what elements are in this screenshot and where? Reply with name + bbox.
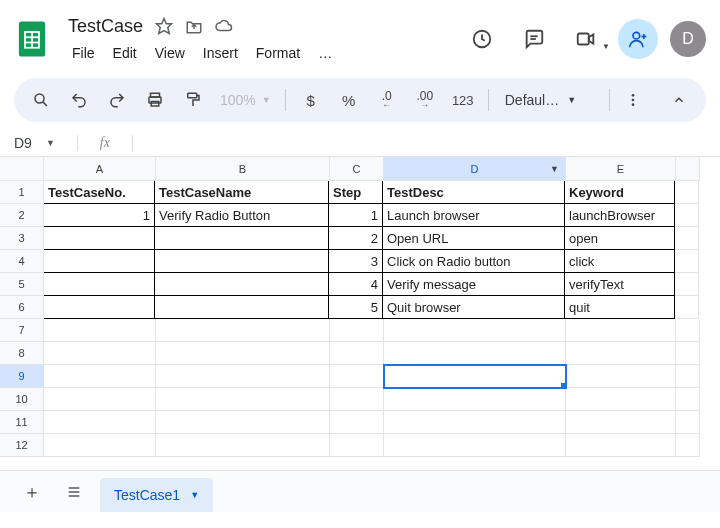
cell-7[interactable]	[676, 319, 700, 342]
cell-A10[interactable]	[44, 388, 156, 411]
cell-B5[interactable]	[155, 273, 329, 296]
sheets-logo[interactable]	[14, 18, 50, 60]
decrease-decimal-button[interactable]: .0←	[370, 84, 404, 116]
add-sheet-button[interactable]: ＋	[16, 476, 48, 508]
cell-D10[interactable]	[384, 388, 566, 411]
row-header-7[interactable]: 7	[0, 319, 44, 342]
cell-A11[interactable]	[44, 411, 156, 434]
all-sheets-button[interactable]	[58, 476, 90, 508]
document-title[interactable]: TestCase	[64, 14, 147, 39]
cell-B4[interactable]	[155, 250, 329, 273]
column-header-D[interactable]: D▼	[384, 157, 566, 181]
cell-D2[interactable]: Launch browser	[383, 204, 565, 227]
column-filter-icon[interactable]: ▼	[550, 164, 559, 174]
paint-format-button[interactable]	[176, 84, 210, 116]
row-header-9[interactable]: 9	[0, 365, 44, 388]
cell-C3[interactable]: 2	[329, 227, 383, 250]
cell-E9[interactable]	[566, 365, 676, 388]
menu-edit[interactable]: Edit	[105, 41, 145, 65]
search-icon[interactable]	[24, 84, 58, 116]
cell-C7[interactable]	[330, 319, 384, 342]
cell-A5[interactable]	[44, 273, 155, 296]
cell-D11[interactable]	[384, 411, 566, 434]
cell-A12[interactable]	[44, 434, 156, 457]
row-header-12[interactable]: 12	[0, 434, 44, 457]
version-history-icon[interactable]	[462, 19, 502, 59]
cell-D4[interactable]: Click on Radio button	[383, 250, 565, 273]
cell-A3[interactable]	[44, 227, 155, 250]
cell-E12[interactable]	[566, 434, 676, 457]
cell-D9[interactable]	[384, 365, 566, 388]
row-header-8[interactable]: 8	[0, 342, 44, 365]
font-selector[interactable]: Defaul… ▼	[497, 92, 584, 108]
menu-view[interactable]: View	[147, 41, 193, 65]
row-header-2[interactable]: 2	[0, 204, 44, 227]
cell-D8[interactable]	[384, 342, 566, 365]
percent-format-button[interactable]: %	[332, 84, 366, 116]
cell-5[interactable]	[675, 273, 699, 296]
row-header-11[interactable]: 11	[0, 411, 44, 434]
cell-B8[interactable]	[156, 342, 330, 365]
cell-E3[interactable]: open	[565, 227, 675, 250]
cell-10[interactable]	[676, 388, 700, 411]
zoom-selector[interactable]: 100% ▼	[214, 92, 277, 108]
cell-D7[interactable]	[384, 319, 566, 342]
cell-C2[interactable]: 1	[329, 204, 383, 227]
cell-B3[interactable]	[155, 227, 329, 250]
cell-E8[interactable]	[566, 342, 676, 365]
account-avatar[interactable]: D	[670, 21, 706, 57]
cell-9[interactable]	[676, 365, 700, 388]
row-header-6[interactable]: 6	[0, 296, 44, 319]
redo-button[interactable]	[100, 84, 134, 116]
cell-C4[interactable]: 3	[329, 250, 383, 273]
cell-D6[interactable]: Quit browser	[383, 296, 565, 319]
cell-C9[interactable]	[330, 365, 384, 388]
column-header-A[interactable]: A	[44, 157, 156, 181]
cell-A7[interactable]	[44, 319, 156, 342]
cell-E6[interactable]: quit	[565, 296, 675, 319]
cell-A1[interactable]: TestCaseNo.	[44, 180, 155, 204]
cell-B2[interactable]: Verify Radio Button	[155, 204, 329, 227]
column-header-E[interactable]: E	[566, 157, 676, 181]
sheet-tab-active[interactable]: TestCase1 ▼	[100, 478, 213, 512]
cell-D12[interactable]	[384, 434, 566, 457]
cell-B6[interactable]	[155, 296, 329, 319]
cell-6[interactable]	[675, 296, 699, 319]
cell-C8[interactable]	[330, 342, 384, 365]
cell-B7[interactable]	[156, 319, 330, 342]
cell-D5[interactable]: Verify message	[383, 273, 565, 296]
menu-file[interactable]: File	[64, 41, 103, 65]
cell-E7[interactable]	[566, 319, 676, 342]
row-header-5[interactable]: 5	[0, 273, 44, 296]
cell-E1[interactable]: Keyword	[565, 180, 675, 204]
cell-C5[interactable]: 4	[329, 273, 383, 296]
row-header-10[interactable]: 10	[0, 388, 44, 411]
meet-icon[interactable]: ▼	[566, 19, 606, 59]
cell-E4[interactable]: click	[565, 250, 675, 273]
cell-E2[interactable]: launchBrowser	[565, 204, 675, 227]
more-tools-button[interactable]	[616, 84, 650, 116]
menu-insert[interactable]: Insert	[195, 41, 246, 65]
column-header-B[interactable]: B	[156, 157, 330, 181]
row-header-1[interactable]: 1	[0, 181, 44, 204]
cell-B1[interactable]: TestCaseName	[155, 180, 329, 204]
cell-E10[interactable]	[566, 388, 676, 411]
cell-1[interactable]	[675, 181, 699, 204]
menu-format[interactable]: Format	[248, 41, 308, 65]
cell-A4[interactable]	[44, 250, 155, 273]
row-header-4[interactable]: 4	[0, 250, 44, 273]
column-header-blank[interactable]	[676, 157, 700, 181]
increase-decimal-button[interactable]: .00→	[408, 84, 442, 116]
move-to-drive-icon[interactable]	[181, 13, 207, 39]
cell-D1[interactable]: TestDesc	[383, 180, 565, 204]
undo-button[interactable]	[62, 84, 96, 116]
print-button[interactable]	[138, 84, 172, 116]
cell-12[interactable]	[676, 434, 700, 457]
cell-C11[interactable]	[330, 411, 384, 434]
formula-bar[interactable]	[155, 133, 714, 153]
cell-8[interactable]	[676, 342, 700, 365]
cell-C6[interactable]: 5	[329, 296, 383, 319]
cell-C12[interactable]	[330, 434, 384, 457]
comments-icon[interactable]	[514, 19, 554, 59]
cell-B9[interactable]	[156, 365, 330, 388]
